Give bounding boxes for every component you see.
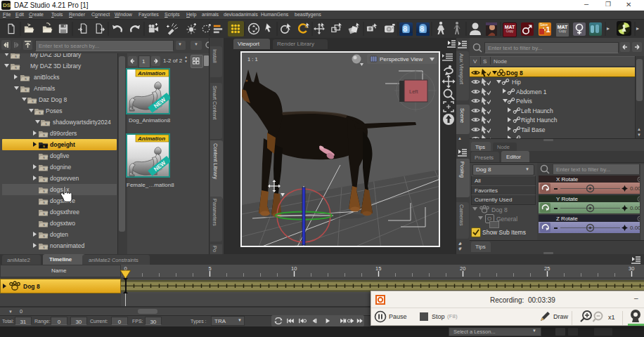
svg-text:s: s	[43, 189, 45, 193]
svg-text:Perspective View: Perspective View	[380, 56, 423, 62]
svg-text:10: 10	[291, 265, 297, 272]
svg-text:25: 25	[544, 265, 550, 272]
svg-text:s: s	[25, 77, 27, 81]
svg-text:s: s	[25, 88, 27, 92]
svg-text:s: s	[43, 133, 45, 137]
svg-text:s: s	[43, 166, 45, 171]
svg-text:Left: Left	[409, 88, 418, 95]
svg-text:s: s	[15, 65, 17, 70]
svg-text:s: s	[43, 234, 45, 238]
svg-text:1 : 1: 1 : 1	[247, 56, 258, 62]
svg-text:s: s	[43, 155, 45, 159]
svg-text:s: s	[45, 121, 47, 126]
svg-text:s: s	[43, 178, 45, 182]
svg-text:s: s	[43, 211, 45, 216]
svg-text:s: s	[39, 110, 41, 114]
svg-text:15: 15	[375, 265, 381, 272]
svg-text:s: s	[32, 99, 34, 103]
svg-text:s: s	[43, 200, 45, 204]
svg-text:Animation: Animation	[137, 70, 165, 77]
svg-text:20: 20	[460, 265, 465, 272]
svg-text:s: s	[43, 144, 45, 148]
svg-text:s: s	[15, 54, 17, 58]
svg-text:s: s	[43, 245, 45, 249]
svg-text:Animation: Animation	[137, 136, 165, 142]
svg-text:30: 30	[629, 265, 634, 272]
svg-text:5: 5	[209, 265, 212, 272]
svg-text:s: s	[43, 223, 45, 227]
